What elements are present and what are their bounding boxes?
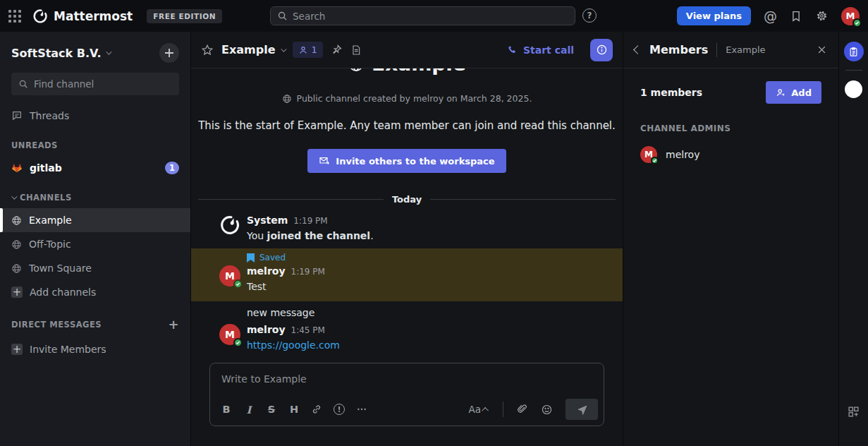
post-timestamp: 1:19 PM [293, 216, 327, 226]
priority-button[interactable]: ! [329, 399, 350, 419]
link-post[interactable]: M melroy 1:45 PM https://google.com [191, 318, 623, 352]
start-call-label: Start call [523, 44, 574, 56]
global-search[interactable] [270, 6, 575, 25]
heading-button[interactable]: H [283, 399, 305, 419]
sidebar-item-town-square[interactable]: Town Square [0, 256, 190, 280]
saved-post[interactable]: M melroy 1:19 PM Test [191, 264, 623, 294]
chevron-down-icon [281, 46, 286, 52]
plus-icon [164, 48, 174, 58]
member-icon [298, 45, 308, 55]
saved-posts-icon[interactable] [790, 10, 802, 23]
avatar-initial: M [225, 270, 235, 282]
product-name: Mattermost [54, 9, 133, 23]
link-icon [311, 404, 322, 415]
post-username[interactable]: melroy [247, 324, 286, 335]
formatting-toolbar: B I S H ! Aa [210, 394, 604, 426]
dots-horizontal-icon [356, 404, 367, 415]
settings-gear-icon[interactable] [815, 9, 829, 23]
user-avatar[interactable]: M [219, 265, 240, 287]
globe-icon [11, 215, 22, 226]
consecutive-post[interactable]: new message [191, 301, 623, 318]
invite-button-label: Invite others to the workspace [336, 156, 494, 167]
date-divider[interactable]: Today [198, 194, 616, 205]
start-call-button[interactable]: Start call [507, 44, 574, 56]
emoji-button[interactable] [536, 399, 557, 419]
toggle-formatting-button[interactable]: Aa [463, 404, 494, 415]
toolbar-divider [503, 402, 503, 417]
post-timestamp: 1:19 PM [291, 267, 325, 277]
gitlab-icon [11, 162, 23, 174]
channel-filter[interactable] [11, 73, 179, 95]
favorite-star-icon[interactable] [201, 44, 214, 56]
add-members-button[interactable]: Add [766, 81, 821, 104]
sidebar-item-gitlab[interactable]: gitlab 1 [0, 156, 190, 180]
saved-indicator[interactable]: Saved [191, 253, 623, 263]
view-plans-button[interactable]: View plans [677, 6, 751, 25]
avatar-initial: M [225, 329, 235, 340]
app-marketplace-icon[interactable] [847, 405, 860, 421]
system-post[interactable]: System 1:19 PM You joined the channel. [191, 209, 623, 243]
saved-label: Saved [259, 253, 286, 263]
send-message-button[interactable] [566, 399, 598, 420]
sidebar-item-off-topic[interactable]: Off-Topic [0, 232, 190, 256]
mentions-icon[interactable]: @ [764, 8, 777, 24]
mattermost-logo: Mattermost [32, 8, 133, 24]
channel-title-menu[interactable]: Example [221, 43, 285, 56]
channel-files-icon[interactable] [350, 44, 362, 56]
bold-button[interactable]: B [216, 399, 237, 419]
post-username: System [247, 215, 288, 226]
search-icon [18, 79, 28, 89]
more-formatting-button[interactable] [351, 399, 372, 419]
channels-section-header[interactable]: CHANNELS [0, 180, 190, 208]
message-composer[interactable]: B I S H ! Aa [209, 363, 604, 426]
pinned-posts-icon[interactable] [331, 44, 343, 56]
invite-others-button[interactable]: Invite others to the workspace [307, 149, 506, 173]
online-status-icon [852, 18, 862, 28]
user-avatar[interactable]: M [841, 7, 860, 25]
link-button[interactable] [306, 399, 327, 419]
member-count: 1 [312, 44, 317, 55]
panel-subtitle: Example [716, 43, 765, 57]
member-avatar: M [640, 146, 657, 163]
message-link[interactable]: https://google.com [247, 339, 340, 351]
add-channel-button[interactable] [159, 43, 179, 63]
post-username[interactable]: melroy [247, 265, 286, 277]
emoji-smiley-icon [541, 404, 553, 416]
member-row[interactable]: M melroy [640, 146, 821, 163]
playbooks-app-icon[interactable] [844, 42, 864, 61]
members-count: 1 members [640, 87, 702, 98]
add-channels-button[interactable]: + Add channels [0, 280, 190, 304]
sidebar-item-threads[interactable]: Threads [0, 104, 190, 128]
add-direct-message-icon[interactable]: + [168, 317, 179, 332]
custom-app-icon[interactable] [845, 80, 862, 98]
back-chevron-icon[interactable] [633, 45, 642, 54]
help-button[interactable]: ? [582, 8, 597, 23]
invite-members-label: Invite Members [30, 344, 106, 355]
channel-view: Example 1 Start call [190, 32, 623, 446]
aa-label: Aa [468, 404, 481, 415]
message-input[interactable] [210, 363, 604, 394]
invite-members-button[interactable]: + Invite Members [0, 337, 190, 361]
channel-label: Town Square [29, 263, 92, 274]
globe-icon [348, 68, 365, 73]
channel-intro-description: This is the start of Example. Any team m… [191, 119, 623, 132]
channel-members-button[interactable]: 1 [293, 42, 323, 58]
channel-info-button[interactable] [590, 39, 613, 61]
unreads-section-header: UNREADS [0, 128, 190, 156]
team-menu[interactable]: SoftStack B.V. [11, 47, 110, 60]
strikethrough-button[interactable]: S [261, 399, 282, 419]
channel-label: Off-Topic [29, 239, 71, 250]
unread-badge: 1 [165, 162, 179, 174]
priority-icon: ! [334, 404, 345, 415]
close-icon[interactable] [817, 44, 827, 55]
find-channel-input[interactable] [34, 78, 172, 90]
user-avatar[interactable]: M [219, 324, 240, 345]
attach-file-button[interactable] [512, 399, 533, 419]
globe-icon [11, 263, 22, 274]
member-name: melroy [666, 149, 699, 160]
product-switcher-icon[interactable] [8, 10, 21, 23]
italic-button[interactable]: I [238, 399, 259, 419]
search-input[interactable] [293, 11, 568, 22]
team-name: SoftStack B.V. [11, 47, 101, 60]
sidebar-item-example[interactable]: Example [0, 208, 190, 232]
